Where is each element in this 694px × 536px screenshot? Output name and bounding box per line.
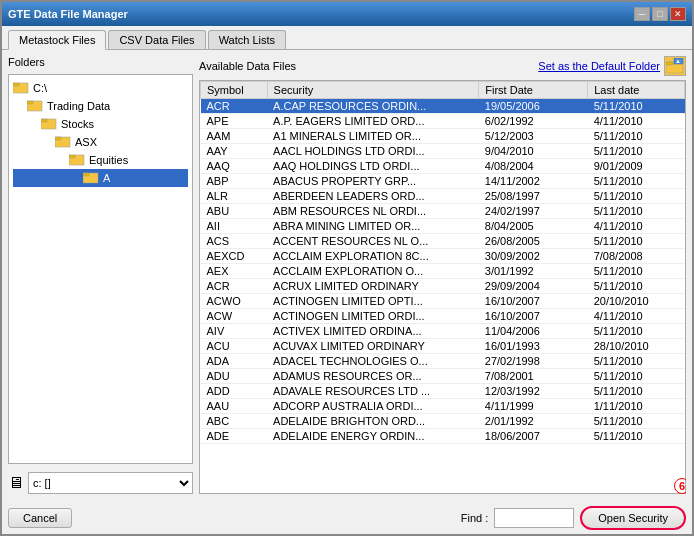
cell-security: ADELAIDE BRIGHTON ORD... [267,414,479,429]
cell-symbol: ACS [201,234,268,249]
right-header: Available Data Files Set as the Default … [199,56,686,76]
tree-item-equities[interactable]: Equities [13,151,188,169]
table-row[interactable]: ACUACUVAX LIMITED ORDINARY16/01/199328/1… [201,339,685,354]
cell-first-date: 19/05/2006 [479,99,588,114]
table-row[interactable]: ADAADACEL TECHNOLOGIES O...27/02/19985/1… [201,354,685,369]
set-default-folder-button[interactable]: Set as the Default Folder [538,60,660,72]
cell-symbol: AEX [201,264,268,279]
cell-last-date: 1/11/2010 [588,399,685,414]
tab-metastock[interactable]: Metastock Files [8,30,106,50]
bottom-left: Cancel [8,508,72,528]
cell-symbol: AAY [201,144,268,159]
svg-rect-3 [27,101,33,104]
table-row[interactable]: ACWOACTINOGEN LIMITED OPTI...16/10/20072… [201,294,685,309]
table-row[interactable]: AEXACCLAIM EXPLORATION O...3/01/19925/11… [201,264,685,279]
table-row[interactable]: ACRACRUX LIMITED ORDINARY29/09/20045/11/… [201,279,685,294]
cell-first-date: 3/01/1992 [479,264,588,279]
col-header-first-date[interactable]: First Date [479,82,588,99]
cell-last-date: 4/11/2010 [588,114,685,129]
cell-first-date: 24/02/1997 [479,204,588,219]
tree-item-a[interactable]: A 4 [13,169,188,187]
bottom-right: Find : Open Security [461,506,686,530]
cell-last-date: 5/11/2010 [588,174,685,189]
cell-last-date: 5/11/2010 [588,234,685,249]
tree-item-stocks-label: Stocks [61,118,94,130]
cell-first-date: 14/11/2002 [479,174,588,189]
minimize-button[interactable]: ─ [634,7,650,21]
cell-first-date: 7/08/2001 [479,369,588,384]
cell-first-date: 11/04/2006 [479,324,588,339]
cell-first-date: 12/03/1992 [479,384,588,399]
cell-symbol: AAQ [201,159,268,174]
col-header-security[interactable]: Security [267,82,479,99]
table-row[interactable]: ACRA.CAP RESOURCES ORDIN...19/05/20065/1… [201,99,685,114]
cell-last-date: 5/11/2010 [588,414,685,429]
maximize-button[interactable]: □ [652,7,668,21]
cell-symbol: AIV [201,324,268,339]
data-table: Symbol Security First Date Last date ACR… [200,81,685,444]
table-row[interactable]: ABCADELAIDE BRIGHTON ORD...2/01/19925/11… [201,414,685,429]
tree-item-equities-label: Equities [89,154,128,166]
drive-select[interactable]: c: [] [28,472,193,494]
tab-csv[interactable]: CSV Data Files [108,30,205,49]
table-row[interactable]: ACSACCENT RESOURCES NL O...26/08/20055/1… [201,234,685,249]
table-row[interactable]: ADUADAMUS RESOURCES OR...7/08/20015/11/2… [201,369,685,384]
table-row[interactable]: ADEADELAIDE ENERGY ORDIN...18/06/20075/1… [201,429,685,444]
table-body: ACRA.CAP RESOURCES ORDIN...19/05/20065/1… [201,99,685,444]
table-row[interactable]: ABUABM RESOURCES NL ORDI...24/02/19975/1… [201,204,685,219]
table-row[interactable]: AAQAAQ HOLDINGS LTD ORDI...4/08/20049/01… [201,159,685,174]
tree-item-c[interactable]: C:\ [13,79,188,97]
table-row[interactable]: AAUADCORP AUSTRALIA ORDI...4/11/19991/11… [201,399,685,414]
cell-last-date: 5/11/2010 [588,279,685,294]
svg-rect-1 [13,83,19,86]
close-button[interactable]: ✕ [670,7,686,21]
table-row[interactable]: ADDADAVALE RESOURCES LTD ...12/03/19925/… [201,384,685,399]
cell-security: ACCENT RESOURCES NL O... [267,234,479,249]
tab-watchlists[interactable]: Watch Lists [208,30,286,49]
cell-security: ABERDEEN LEADERS ORD... [267,189,479,204]
table-row[interactable]: APEA.P. EAGERS LIMITED ORD...6/02/19924/… [201,114,685,129]
cell-last-date: 5/11/2010 [588,144,685,159]
table-row[interactable]: AAMA1 MINERALS LIMITED OR...5/12/20035/1… [201,129,685,144]
tree-item-asx[interactable]: ASX [13,133,188,151]
computer-icon: 🖥 [8,474,24,492]
table-row[interactable]: ACWACTINOGEN LIMITED ORDI...16/10/20074/… [201,309,685,324]
col-header-last-date[interactable]: Last date [588,82,685,99]
table-row[interactable]: ALRABERDEEN LEADERS ORD...25/08/19975/11… [201,189,685,204]
cell-security: A.P. EAGERS LIMITED ORD... [267,114,479,129]
cell-last-date: 5/11/2010 [588,204,685,219]
table-row[interactable]: AEXCDACCLAIM EXPLORATION 8C...30/09/2002… [201,249,685,264]
tree-item-stocks[interactable]: Stocks [13,115,188,133]
cell-symbol: ALR [201,189,268,204]
annotation-6: 6 [674,478,686,494]
open-security-button[interactable]: Open Security [580,506,686,530]
folder-tree[interactable]: C:\ Trading Data [8,74,193,464]
cell-security: ACRUX LIMITED ORDINARY [267,279,479,294]
svg-rect-9 [69,155,75,158]
svg-text:▲: ▲ [675,58,681,64]
find-input[interactable] [494,508,574,528]
cell-last-date: 5/11/2010 [588,369,685,384]
table-row[interactable]: AIVACTIVEX LIMITED ORDINA...11/04/20065/… [201,324,685,339]
table-row[interactable]: AAYAACL HOLDINGS LTD ORDI...9/04/20105/1… [201,144,685,159]
cell-first-date: 6/02/1992 [479,114,588,129]
find-label: Find : [461,512,489,524]
tree-item-trading-label: Trading Data [47,100,110,112]
tree-item-trading[interactable]: Trading Data [13,97,188,115]
table-row[interactable]: AIIABRA MINING LIMITED OR...8/04/20054/1… [201,219,685,234]
table-scroll[interactable]: Symbol Security First Date Last date ACR… [200,81,685,493]
cell-first-date: 4/11/1999 [479,399,588,414]
col-header-symbol[interactable]: Symbol [201,82,268,99]
cell-first-date: 16/01/1993 [479,339,588,354]
tabs-bar: Metastock Files CSV Data Files Watch Lis… [2,26,692,50]
cancel-button[interactable]: Cancel [8,508,72,528]
svg-rect-7 [55,137,61,140]
cell-first-date: 16/10/2007 [479,294,588,309]
cell-symbol: ABC [201,414,268,429]
browse-folder-button[interactable]: ▲ [664,56,686,76]
content-area: Folders C:\ [2,50,692,500]
folder-icon [55,134,71,150]
cell-symbol: ABP [201,174,268,189]
cell-last-date: 7/08/2008 [588,249,685,264]
table-row[interactable]: ABPABACUS PROPERTY GRP...14/11/20025/11/… [201,174,685,189]
